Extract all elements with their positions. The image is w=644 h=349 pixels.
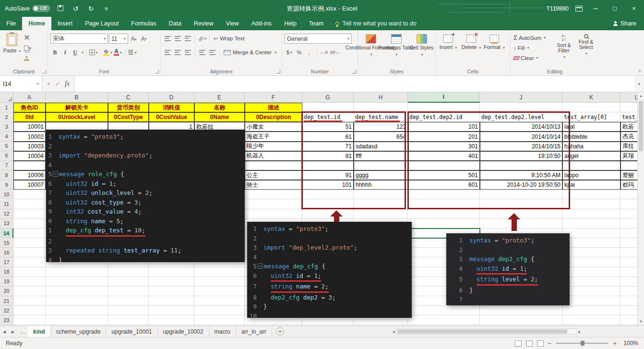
undo-button[interactable]: ↺ bbox=[71, 5, 81, 12]
row-header-13[interactable]: 13 bbox=[0, 219, 13, 229]
percent-style-button[interactable]: % bbox=[295, 48, 304, 57]
formula-bar-expand[interactable]: ▾ bbox=[634, 76, 644, 92]
alignment-dialog-launcher[interactable] bbox=[276, 70, 280, 73]
quick-access-customize-button[interactable]: ▿ bbox=[101, 5, 112, 12]
zoom-level[interactable]: 100% bbox=[621, 340, 638, 347]
cell-A23[interactable] bbox=[13, 315, 46, 325]
ribbon-tab-add-ins[interactable]: Add-ins bbox=[245, 17, 278, 30]
align-right-button[interactable] bbox=[183, 48, 192, 57]
tell-me-search[interactable]: Tell me what you want to do bbox=[330, 17, 422, 30]
decrease-font-size-button[interactable]: A▾ bbox=[139, 34, 148, 44]
cell-F12[interactable] bbox=[245, 209, 302, 219]
cell-K17[interactable] bbox=[562, 257, 620, 267]
row-header-21[interactable]: 21 bbox=[0, 296, 13, 306]
cell-L7[interactable] bbox=[620, 161, 637, 170]
align-center-button[interactable] bbox=[173, 48, 182, 57]
cell-F2[interactable]: 0Description bbox=[245, 112, 302, 122]
row-header-14[interactable]: 14 bbox=[0, 229, 13, 238]
cell-D20[interactable] bbox=[149, 287, 194, 296]
cell-C20[interactable] bbox=[108, 287, 149, 296]
cell-B21[interactable] bbox=[46, 296, 108, 306]
cell-K7[interactable] bbox=[562, 161, 620, 170]
fill-color-button[interactable]: ▾ bbox=[103, 48, 112, 57]
vertical-scrollbar-thumb[interactable] bbox=[639, 101, 643, 151]
sheet-tab-upgrade_10001[interactable]: upgrade_10001 bbox=[106, 326, 157, 337]
cell-A1[interactable]: 角色ID bbox=[13, 103, 46, 112]
cell-K4[interactable]: blebleble bbox=[562, 132, 620, 141]
cell-K20[interactable] bbox=[562, 287, 620, 296]
cell-K18[interactable] bbox=[562, 267, 620, 277]
sheet-tab-macro[interactable]: macro bbox=[209, 326, 236, 337]
cell-D2[interactable]: 0CostValue bbox=[149, 112, 194, 122]
cell-G12[interactable] bbox=[302, 209, 354, 219]
user-account[interactable]: T119880 bbox=[547, 5, 569, 12]
column-header-J[interactable]: J bbox=[480, 92, 562, 103]
cell-K16[interactable] bbox=[562, 248, 620, 257]
zoom-slider[interactable] bbox=[556, 343, 608, 344]
align-bottom-button[interactable] bbox=[183, 34, 192, 43]
zoom-out-button[interactable]: − bbox=[548, 340, 552, 347]
cell-F8[interactable]: 公主 bbox=[245, 170, 302, 180]
scroll-left-arrow[interactable]: ◂ bbox=[393, 329, 395, 334]
cell-L8[interactable]: 爱丽 bbox=[620, 170, 637, 180]
sheet-tab-upgrade_10002[interactable]: upgrade_10002 bbox=[158, 326, 209, 337]
cell-C19[interactable] bbox=[108, 277, 149, 287]
autosave-toggle[interactable]: AutoSave Off bbox=[5, 5, 50, 12]
cell-K3[interactable]: lalal bbox=[562, 122, 620, 132]
cell-K13[interactable] bbox=[562, 219, 620, 229]
column-header-I[interactable]: I bbox=[408, 92, 480, 103]
ribbon-tab-home[interactable]: Home bbox=[22, 17, 51, 30]
find-select-button[interactable]: Find & Select▾ bbox=[575, 33, 597, 60]
row-header-7[interactable]: 7 bbox=[0, 161, 13, 170]
column-header-F[interactable]: F bbox=[245, 92, 302, 103]
row-header-19[interactable]: 19 bbox=[0, 277, 13, 287]
underline-button[interactable]: U bbox=[71, 48, 80, 57]
conditional-formatting-button[interactable]: Conditional Formatting▾ bbox=[358, 31, 383, 57]
cell-D22[interactable] bbox=[149, 306, 194, 315]
row-header-6[interactable]: 6 bbox=[0, 151, 13, 161]
scroll-up-arrow[interactable]: ▴ bbox=[638, 92, 644, 100]
cell-K22[interactable] bbox=[562, 306, 620, 315]
row-header-8[interactable]: 8 bbox=[0, 170, 13, 180]
sheet-tab-scheme_upgrade[interactable]: scheme_upgrade bbox=[51, 326, 107, 337]
cell-L2[interactable]: test_array[1] bbox=[620, 112, 637, 122]
format-cells-button[interactable]: Format ▾ bbox=[483, 31, 506, 50]
ribbon-tab-view[interactable]: View bbox=[220, 17, 245, 30]
cell-E19[interactable] bbox=[194, 277, 245, 287]
minimize-button[interactable]: ─ bbox=[589, 5, 602, 12]
decrease-decimal-button[interactable]: .00→ bbox=[329, 48, 340, 57]
column-header-L[interactable]: L bbox=[620, 92, 637, 103]
cell-L14[interactable] bbox=[620, 229, 637, 238]
cell-D23[interactable] bbox=[149, 315, 194, 325]
cell-L11[interactable] bbox=[620, 200, 637, 209]
save-button[interactable] bbox=[55, 5, 66, 12]
vertical-scrollbar[interactable]: ▴ ▾ bbox=[637, 92, 644, 325]
cell-F10[interactable] bbox=[245, 190, 302, 199]
enter-button[interactable]: ✓ bbox=[55, 81, 60, 87]
row-header-4[interactable]: 4 bbox=[0, 132, 13, 141]
cell-A11[interactable] bbox=[13, 200, 46, 209]
cell-L1[interactable] bbox=[620, 103, 637, 112]
column-header-D[interactable]: D bbox=[149, 92, 194, 103]
align-middle-button[interactable] bbox=[173, 34, 182, 43]
cell-L12[interactable] bbox=[620, 209, 637, 219]
cell-A3[interactable]: 10001 bbox=[13, 122, 46, 132]
cell-E20[interactable] bbox=[194, 287, 245, 296]
cell-C1[interactable]: 货币类别 bbox=[108, 103, 149, 112]
normal-view-button[interactable] bbox=[515, 340, 522, 347]
cell-L20[interactable] bbox=[620, 287, 637, 296]
phonetic-guide-button[interactable]: 亚▾ bbox=[128, 48, 137, 57]
cell-F5[interactable]: 喵少年 bbox=[245, 142, 302, 151]
cell-L23[interactable] bbox=[620, 315, 637, 325]
cell-F7[interactable] bbox=[245, 161, 302, 170]
cell-L10[interactable] bbox=[620, 190, 637, 199]
cell-E1[interactable]: 名称 bbox=[194, 103, 245, 112]
cell-K8[interactable]: laopo bbox=[562, 170, 620, 180]
sort-filter-button[interactable]: A↓Z↑ Sort & Filter▾ bbox=[553, 33, 575, 60]
cell-K9[interactable]: kpai bbox=[562, 180, 620, 190]
cell-C22[interactable] bbox=[108, 306, 149, 315]
cell-B2[interactable]: 0UnlockLevel bbox=[46, 112, 108, 122]
row-header-10[interactable]: 10 bbox=[0, 190, 13, 199]
cell-C23[interactable] bbox=[108, 315, 149, 325]
zoom-slider-thumb[interactable] bbox=[581, 341, 584, 346]
